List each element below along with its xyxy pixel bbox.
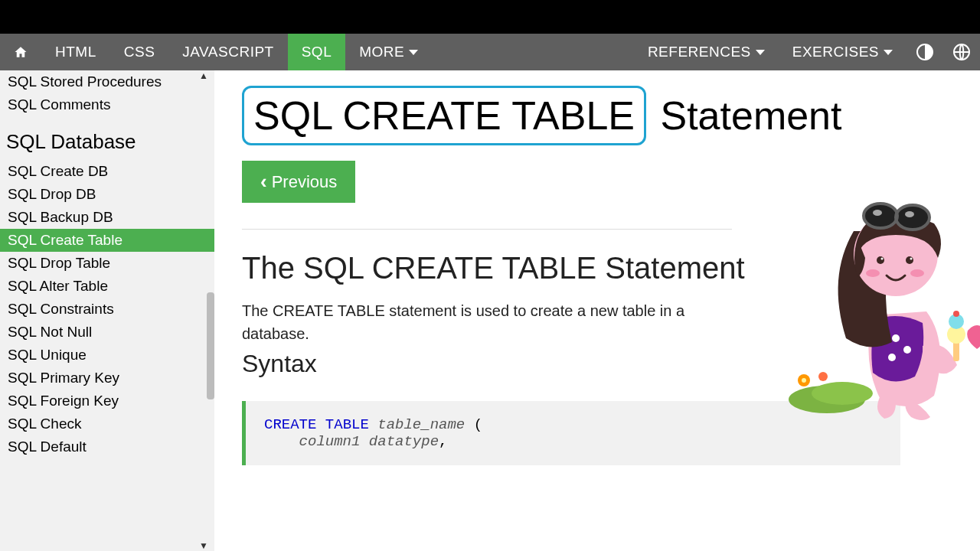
svg-point-6 xyxy=(818,372,828,381)
code-identifier: table_name xyxy=(377,416,465,433)
sidebar-item-constraints[interactable]: SQL Constraints xyxy=(0,298,214,321)
svg-point-26 xyxy=(910,269,924,277)
previous-button-label: Previous xyxy=(272,172,338,192)
svg-point-19 xyxy=(873,210,882,216)
top-navigation: HTML CSS JAVASCRIPT SQL MORE REFERENCES … xyxy=(0,34,980,70)
scrollbar-thumb[interactable] xyxy=(207,292,214,399)
sidebar-item-primary-key[interactable]: SQL Primary Key xyxy=(0,367,214,390)
sidebar-item-foreign-key[interactable]: SQL Foreign Key xyxy=(0,390,214,412)
scroll-down-icon[interactable]: ▼ xyxy=(199,540,208,551)
sidebar-item-stored-procedures[interactable]: SQL Stored Procedures xyxy=(0,70,214,93)
sidebar-item-check[interactable]: SQL Check xyxy=(0,412,214,435)
sidebar-item-not-null[interactable]: SQL Not Null xyxy=(0,321,214,344)
page-title-rest: Statement xyxy=(649,93,841,138)
chevron-left-icon: ‹ xyxy=(260,170,267,194)
sidebar-item-create-table[interactable]: SQL Create Table xyxy=(0,229,214,252)
svg-point-22 xyxy=(906,256,913,264)
code-keyword: CREATE xyxy=(264,416,316,433)
svg-point-23 xyxy=(881,258,884,260)
globe-icon xyxy=(952,43,971,61)
mascot-illustration xyxy=(781,185,980,422)
svg-point-13 xyxy=(953,311,959,317)
code-punct: ( xyxy=(465,416,482,433)
home-button[interactable] xyxy=(0,34,41,70)
code-keyword: TABLE xyxy=(325,416,369,433)
svg-point-21 xyxy=(877,256,884,264)
sidebar-item-create-db[interactable]: SQL Create DB xyxy=(0,160,214,183)
page-title: SQL CREATE TABLE Statement xyxy=(242,86,962,145)
sidebar-item-drop-table[interactable]: SQL Drop Table xyxy=(0,252,214,275)
sidebar-item-default[interactable]: SQL Default xyxy=(0,435,214,458)
sidebar-item-backup-db[interactable]: SQL Backup DB xyxy=(0,206,214,229)
svg-point-20 xyxy=(905,211,914,217)
nav-item-references[interactable]: REFERENCES xyxy=(634,34,779,70)
nav-item-more[interactable]: MORE xyxy=(345,34,432,70)
code-identifier: datatype xyxy=(369,433,439,450)
previous-button[interactable]: ‹ Previous xyxy=(242,161,355,203)
nav-item-css[interactable]: CSS xyxy=(110,34,169,70)
code-identifier: column1 xyxy=(299,433,361,450)
svg-point-24 xyxy=(910,258,913,260)
code-punct: , xyxy=(439,433,447,450)
caret-down-icon xyxy=(409,50,418,55)
sidebar-item-comments[interactable]: SQL Comments xyxy=(0,93,214,116)
theme-toggle-button[interactable] xyxy=(906,43,943,61)
section-paragraph: The CREATE TABLE statement is used to cr… xyxy=(242,299,717,345)
svg-point-9 xyxy=(888,354,896,361)
video-letterbox-top xyxy=(0,0,980,34)
caret-down-icon xyxy=(884,50,893,55)
scroll-up-icon[interactable]: ▲ xyxy=(199,70,208,81)
caret-down-icon xyxy=(756,50,765,55)
svg-point-3 xyxy=(812,382,873,405)
nav-item-exercises[interactable]: EXERCISES xyxy=(779,34,906,70)
home-icon xyxy=(14,41,28,63)
sidebar-item-drop-db[interactable]: SQL Drop DB xyxy=(0,183,214,206)
svg-point-8 xyxy=(903,346,911,354)
page-title-highlighted: SQL CREATE TABLE xyxy=(242,86,646,145)
nav-item-javascript[interactable]: JAVASCRIPT xyxy=(168,34,287,70)
svg-point-5 xyxy=(802,378,806,383)
svg-point-25 xyxy=(866,269,880,277)
sidebar-section-heading: SQL Database xyxy=(0,116,214,160)
svg-point-7 xyxy=(892,334,900,342)
nav-item-sql[interactable]: SQL xyxy=(288,34,346,70)
main-content: SQL CREATE TABLE Statement ‹ Previous Th… xyxy=(214,70,980,551)
sidebar: ▲ SQL Stored Procedures SQL Comments SQL… xyxy=(0,70,214,551)
sidebar-item-unique[interactable]: SQL Unique xyxy=(0,344,214,367)
sidebar-item-alter-table[interactable]: SQL Alter Table xyxy=(0,275,214,298)
globe-button[interactable] xyxy=(943,43,980,61)
contrast-icon xyxy=(916,43,934,61)
divider xyxy=(242,229,732,230)
nav-item-html[interactable]: HTML xyxy=(41,34,110,70)
